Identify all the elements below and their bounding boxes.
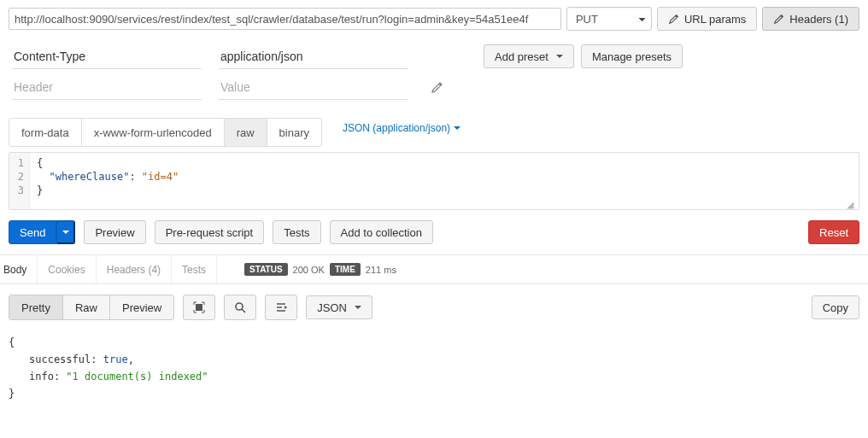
- headers-toggle-button[interactable]: Headers (1): [762, 7, 859, 31]
- prerequest-button[interactable]: Pre-request script: [155, 220, 265, 244]
- search-icon[interactable]: [224, 295, 256, 320]
- json-value: true: [103, 353, 128, 365]
- header-value-input[interactable]: [219, 44, 408, 69]
- status-value: 200 OK: [293, 265, 325, 275]
- format-dropdown[interactable]: JSON: [306, 295, 372, 319]
- add-preset-label: Add preset: [495, 50, 548, 63]
- time-label: TIME: [330, 263, 361, 276]
- header-key-input[interactable]: [12, 44, 202, 69]
- send-dropdown[interactable]: [56, 220, 75, 244]
- content-type-label: JSON (application/json): [343, 122, 450, 134]
- resp-tab-body[interactable]: Body: [0, 255, 38, 283]
- resp-tab-headers[interactable]: Headers (4): [97, 255, 172, 283]
- tab-urlencoded[interactable]: x-www-form-urlencoded: [82, 119, 225, 146]
- send-button[interactable]: Send: [9, 220, 56, 244]
- copy-button[interactable]: Copy: [812, 295, 859, 319]
- tab-binary[interactable]: binary: [267, 119, 321, 146]
- view-pretty[interactable]: Pretty: [9, 295, 63, 319]
- resp-tab-cookies[interactable]: Cookies: [38, 255, 96, 283]
- url-input[interactable]: [9, 8, 561, 30]
- url-params-button[interactable]: URL params: [657, 7, 757, 31]
- json-value: "1 document(s) indexed": [66, 371, 208, 383]
- view-raw[interactable]: Raw: [63, 295, 110, 319]
- manage-presets-button[interactable]: Manage presets: [581, 44, 683, 68]
- svg-line-2: [242, 309, 245, 312]
- url-params-label: URL params: [684, 13, 746, 26]
- method-select[interactable]: PUT: [566, 7, 652, 31]
- content-type-dropdown[interactable]: JSON (application/json): [343, 114, 460, 143]
- header-key-input[interactable]: [12, 74, 202, 100]
- tab-form-data[interactable]: form-data: [9, 119, 82, 146]
- caret-down-icon: [556, 55, 563, 58]
- tests-button[interactable]: Tests: [273, 220, 320, 244]
- preview-button[interactable]: Preview: [84, 220, 145, 244]
- json-key: successful:: [29, 353, 97, 365]
- wrap-icon[interactable]: [265, 295, 297, 320]
- view-mode-group: Pretty Raw Preview: [9, 295, 174, 320]
- caret-down-icon: [355, 306, 361, 309]
- send-split-button: Send: [9, 220, 75, 244]
- status-info: STATUS 200 OK TIME 211 ms: [244, 263, 396, 276]
- tab-raw[interactable]: raw: [225, 119, 267, 146]
- edit-icon[interactable]: [431, 80, 444, 94]
- body-type-tabs: form-data x-www-form-urlencoded raw bina…: [9, 118, 322, 147]
- json-key: info:: [29, 371, 60, 383]
- view-preview[interactable]: Preview: [110, 295, 173, 319]
- edit-icon: [668, 13, 680, 25]
- code-area[interactable]: { "whereClause": "id=4" }: [30, 153, 185, 209]
- reset-button[interactable]: Reset: [808, 220, 859, 244]
- edit-icon: [773, 13, 785, 25]
- add-preset-button[interactable]: Add preset: [484, 44, 574, 68]
- resp-tab-tests[interactable]: Tests: [172, 255, 217, 283]
- add-to-collection-button[interactable]: Add to collection: [330, 220, 433, 244]
- line-gutter: 123: [9, 153, 30, 209]
- toggle-fullscreen-icon[interactable]: [183, 295, 215, 320]
- headers-toggle-label: Headers (1): [789, 13, 848, 26]
- resize-handle[interactable]: ◢: [847, 201, 857, 211]
- json-brace: }: [9, 385, 859, 402]
- caret-down-icon: [62, 231, 69, 234]
- header-value-input[interactable]: [219, 74, 408, 100]
- time-value: 211 ms: [366, 265, 396, 275]
- svg-point-1: [236, 303, 243, 310]
- format-label: JSON: [317, 301, 347, 314]
- response-body: { successful: true, info: "1 document(s)…: [0, 330, 868, 411]
- svg-rect-0: [196, 304, 202, 311]
- request-body-editor[interactable]: 123 { "whereClause": "id=4" } ◢: [9, 152, 859, 210]
- status-label: STATUS: [244, 263, 288, 276]
- json-brace: {: [9, 334, 859, 351]
- caret-down-icon: [454, 126, 460, 130]
